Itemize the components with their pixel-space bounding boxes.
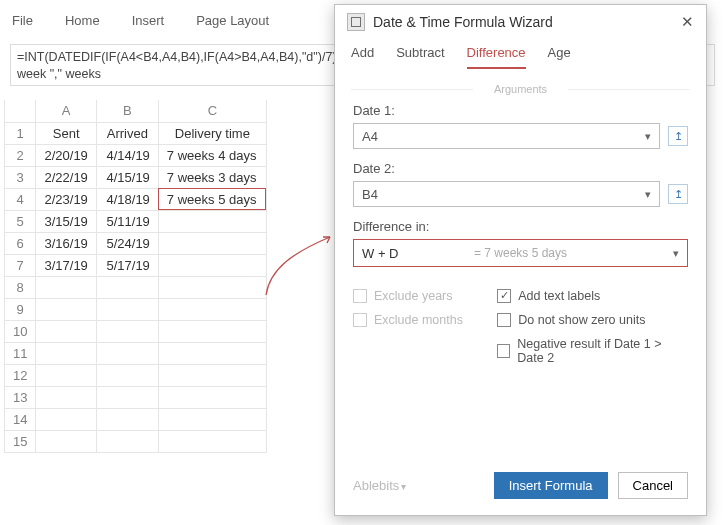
chevron-down-icon[interactable]: ▾ [645,188,651,201]
cell[interactable]: 3/17/19 [36,254,96,276]
cell[interactable] [36,364,96,386]
cell[interactable]: 5/24/19 [96,232,158,254]
cell[interactable] [36,342,96,364]
cell[interactable] [96,276,158,298]
row-header[interactable]: 9 [5,298,36,320]
cell[interactable] [96,430,158,452]
cell[interactable]: Delivery time [158,122,266,144]
cell[interactable]: 4/18/19 [96,188,158,210]
table-row[interactable]: 9 [5,298,267,320]
cell[interactable]: 5/11/19 [96,210,158,232]
ribbon-tab-insert[interactable]: Insert [132,13,165,28]
cell[interactable]: 7 weeks 5 days [158,188,266,210]
checkbox-icon[interactable] [497,344,510,358]
table-row[interactable]: 1SentArrivedDelivery time [5,122,267,144]
cell[interactable] [158,386,266,408]
cell[interactable]: 2/22/19 [36,166,96,188]
date2-input[interactable]: B4 ▾ [353,181,660,207]
table-row[interactable]: 63/16/195/24/19 [5,232,267,254]
cell[interactable] [158,408,266,430]
cell[interactable] [36,408,96,430]
cell[interactable]: 2/23/19 [36,188,96,210]
cell[interactable]: 5/17/19 [96,254,158,276]
row-header[interactable]: 1 [5,122,36,144]
tab-add[interactable]: Add [351,45,374,69]
cancel-button[interactable]: Cancel [618,472,688,499]
spreadsheet-grid[interactable]: A B C 1SentArrivedDelivery time22/20/194… [4,100,267,453]
cell[interactable] [96,364,158,386]
row-header[interactable]: 12 [5,364,36,386]
cell[interactable]: 7 weeks 3 days [158,166,266,188]
cell[interactable] [158,210,266,232]
range-picker-icon[interactable]: ↥ [668,126,688,146]
cell[interactable] [158,320,266,342]
row-header[interactable]: 15 [5,430,36,452]
col-header-c[interactable]: C [158,100,266,122]
cell[interactable]: 4/14/19 [96,144,158,166]
cell[interactable] [96,386,158,408]
table-row[interactable]: 14 [5,408,267,430]
table-row[interactable]: 10 [5,320,267,342]
table-row[interactable]: 11 [5,342,267,364]
cell[interactable] [158,342,266,364]
chevron-down-icon[interactable]: ▾ [673,247,679,260]
cell[interactable] [158,232,266,254]
cell[interactable] [158,298,266,320]
tab-difference[interactable]: Difference [467,45,526,69]
cell[interactable] [96,320,158,342]
row-header[interactable]: 8 [5,276,36,298]
cell[interactable]: 7 weeks 4 days [158,144,266,166]
table-row[interactable]: 73/17/195/17/19 [5,254,267,276]
cell[interactable] [36,320,96,342]
col-header-b[interactable]: B [96,100,158,122]
ribbon-tab-file[interactable]: File [12,13,33,28]
row-header[interactable]: 11 [5,342,36,364]
cell[interactable]: 2/20/19 [36,144,96,166]
ribbon-tab-home[interactable]: Home [65,13,100,28]
checkbox-add-text-labels[interactable]: Add text labels [497,289,688,303]
row-header[interactable]: 13 [5,386,36,408]
checkbox-icon[interactable] [497,313,511,327]
date1-input[interactable]: A4 ▾ [353,123,660,149]
col-header-a[interactable]: A [36,100,96,122]
brand-menu[interactable]: Ablebits▾ [353,478,406,493]
table-row[interactable]: 32/22/194/15/197 weeks 3 days [5,166,267,188]
cell[interactable] [96,342,158,364]
cell[interactable]: 3/15/19 [36,210,96,232]
row-header[interactable]: 2 [5,144,36,166]
row-header[interactable]: 3 [5,166,36,188]
cell[interactable] [158,364,266,386]
cell[interactable]: Arrived [96,122,158,144]
table-row[interactable]: 15 [5,430,267,452]
row-header[interactable]: 7 [5,254,36,276]
cell[interactable]: 4/15/19 [96,166,158,188]
range-picker-icon[interactable]: ↥ [668,184,688,204]
tab-age[interactable]: Age [548,45,571,69]
table-row[interactable]: 13 [5,386,267,408]
table-row[interactable]: 42/23/194/18/197 weeks 5 days [5,188,267,210]
cell[interactable] [96,298,158,320]
cell[interactable] [36,276,96,298]
row-header[interactable]: 14 [5,408,36,430]
row-header[interactable]: 10 [5,320,36,342]
cell[interactable] [36,386,96,408]
row-header[interactable]: 6 [5,232,36,254]
cell[interactable] [36,430,96,452]
cell[interactable]: Sent [36,122,96,144]
chevron-down-icon[interactable]: ▾ [645,130,651,143]
table-row[interactable]: 12 [5,364,267,386]
difference-in-select[interactable]: W + D = 7 weeks 5 days ▾ [353,239,688,267]
table-row[interactable]: 22/20/194/14/197 weeks 4 days [5,144,267,166]
checkbox-icon[interactable] [497,289,511,303]
close-icon[interactable]: ✕ [681,13,694,31]
select-all-corner[interactable] [5,100,36,122]
cell[interactable] [158,430,266,452]
cell[interactable] [158,254,266,276]
ribbon-tab-page-layout[interactable]: Page Layout [196,13,269,28]
table-row[interactable]: 53/15/195/11/19 [5,210,267,232]
cell[interactable]: 3/16/19 [36,232,96,254]
checkbox-no-zero-units[interactable]: Do not show zero units [497,313,688,327]
cell[interactable] [36,298,96,320]
row-header[interactable]: 4 [5,188,36,210]
cell[interactable] [96,408,158,430]
